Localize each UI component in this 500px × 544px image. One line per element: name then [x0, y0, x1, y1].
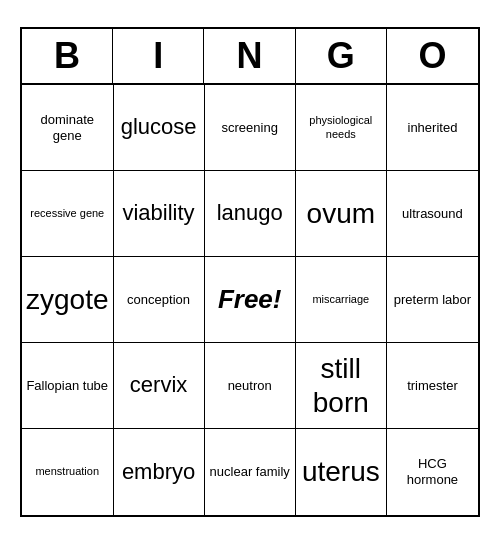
- bingo-cell[interactable]: ovum: [296, 171, 387, 257]
- bingo-cell[interactable]: lanugo: [205, 171, 296, 257]
- bingo-cell[interactable]: embryo: [114, 429, 205, 515]
- bingo-cell[interactable]: glucose: [114, 85, 205, 171]
- bingo-cell[interactable]: HCG hormone: [387, 429, 478, 515]
- bingo-cell[interactable]: neutron: [205, 343, 296, 429]
- bingo-cell[interactable]: preterm labor: [387, 257, 478, 343]
- bingo-cell[interactable]: screening: [205, 85, 296, 171]
- header-letter: G: [296, 29, 387, 83]
- bingo-cell[interactable]: recessive gene: [22, 171, 114, 257]
- header-letter: N: [204, 29, 295, 83]
- bingo-cell[interactable]: ultrasound: [387, 171, 478, 257]
- bingo-card: BINGO dominate geneglucosescreeningphysi…: [20, 27, 480, 517]
- bingo-cell[interactable]: conception: [114, 257, 205, 343]
- bingo-cell[interactable]: dominate gene: [22, 85, 114, 171]
- bingo-grid: dominate geneglucosescreeningphysiologic…: [22, 85, 478, 515]
- bingo-cell[interactable]: inherited: [387, 85, 478, 171]
- bingo-cell[interactable]: menstruation: [22, 429, 114, 515]
- bingo-cell[interactable]: trimester: [387, 343, 478, 429]
- bingo-cell[interactable]: physiological needs: [296, 85, 387, 171]
- bingo-header: BINGO: [22, 29, 478, 85]
- bingo-cell[interactable]: Free!: [205, 257, 296, 343]
- bingo-cell[interactable]: uterus: [296, 429, 387, 515]
- bingo-cell[interactable]: viability: [114, 171, 205, 257]
- bingo-cell[interactable]: Fallopian tube: [22, 343, 114, 429]
- bingo-cell[interactable]: cervix: [114, 343, 205, 429]
- bingo-cell[interactable]: nuclear family: [205, 429, 296, 515]
- header-letter: B: [22, 29, 113, 83]
- bingo-cell[interactable]: still born: [296, 343, 387, 429]
- bingo-cell[interactable]: miscarriage: [296, 257, 387, 343]
- header-letter: O: [387, 29, 478, 83]
- bingo-cell[interactable]: zygote: [22, 257, 114, 343]
- header-letter: I: [113, 29, 204, 83]
